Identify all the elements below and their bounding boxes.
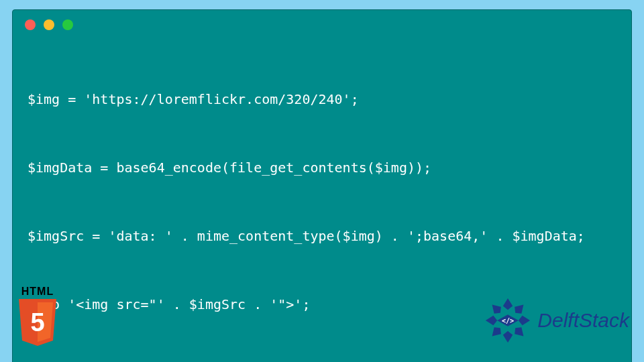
delftstack-badge-icon: </>: [484, 296, 532, 345]
html5-label: HTML: [13, 286, 62, 298]
svg-marker-5: [512, 324, 527, 339]
svg-marker-3: [512, 301, 527, 316]
code-line: $imgSrc = 'data: ' . mime_content_type($…: [28, 225, 616, 247]
delftstack-text: DelftStack: [537, 309, 629, 332]
close-icon[interactable]: [25, 19, 36, 30]
maximize-icon[interactable]: [62, 19, 73, 30]
svg-marker-9: [489, 301, 504, 316]
window-titlebar: [13, 10, 631, 37]
html5-logo: HTML 5: [13, 286, 62, 350]
code-line: $imgData = base64_encode(file_get_conten…: [28, 156, 616, 179]
delftstack-code-glyph: </>: [502, 317, 514, 324]
html5-five-text: 5: [30, 308, 44, 337]
html5-shield-icon: 5: [16, 299, 59, 347]
svg-marker-7: [489, 324, 504, 339]
minimize-icon[interactable]: [44, 19, 54, 30]
svg-marker-8: [486, 316, 497, 325]
svg-marker-6: [503, 331, 513, 343]
svg-marker-4: [519, 316, 530, 325]
code-line: $img = 'https://loremflickr.com/320/240'…: [28, 88, 616, 111]
svg-marker-2: [503, 298, 513, 310]
delftstack-logo: </> DelftStack: [484, 296, 629, 345]
